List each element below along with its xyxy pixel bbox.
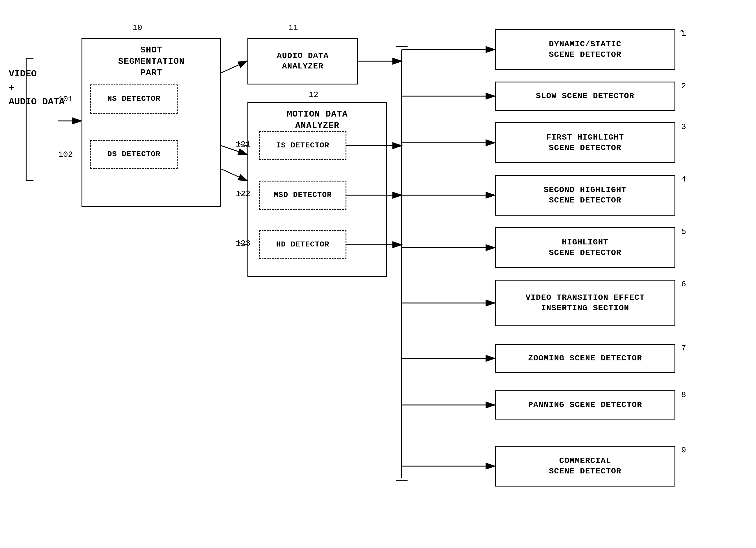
num-123: 123 [236,239,250,248]
num-4: 4 [681,175,686,184]
input-label: VIDEO + AUDIO DATA [9,67,65,109]
num-6: 6 [681,280,686,289]
audio-analyzer-box: AUDIO DATA ANALYZER [247,38,358,84]
out9-box: COMMERCIAL SCENE DETECTOR [495,446,675,487]
num-5: 5 [681,227,686,236]
num-9: 9 [681,446,686,455]
ds-detector-box: DS DETECTOR [90,140,178,169]
out6-box: VIDEO TRANSITION EFFECT INSERTING SECTIO… [495,280,675,326]
out5-box: HIGHLIGHT SCENE DETECTOR [495,227,675,268]
num-101: 101 [58,95,73,104]
num-2: 2 [681,82,686,91]
num-3: 3 [681,122,686,131]
num-12: 12 [309,90,318,99]
out8-box: PANNING SCENE DETECTOR [495,390,675,420]
svg-line-7 [221,169,247,181]
num-10: 10 [132,23,142,32]
num-7: 7 [681,344,686,353]
msd-detector-box: MSD DETECTOR [259,181,346,210]
out2-box: SLOW SCENE DETECTOR [495,82,675,111]
num-122: 122 [236,189,250,198]
out1-box: DYNAMIC/STATIC SCENE DETECTOR [495,29,675,70]
out3-box: FIRST HIGHLIGHT SCENE DETECTOR [495,122,675,163]
hd-detector-box: HD DETECTOR [259,230,346,259]
num-102: 102 [58,150,73,159]
diagram: VIDEO + AUDIO DATA SHOTSEGMENTATIONPART … [0,0,756,548]
svg-line-5 [221,61,247,73]
is-detector-box: IS DETECTOR [259,131,346,160]
ns-detector-box: NS DETECTOR [90,84,178,114]
num-8: 8 [681,390,686,400]
num-11: 11 [288,23,298,32]
num-121: 121 [236,140,250,149]
num-1: 1 [681,29,686,38]
out7-box: ZOOMING SCENE DETECTOR [495,344,675,373]
out4-box: SECOND HIGHLIGHT SCENE DETECTOR [495,175,675,215]
shot-segmentation-box: SHOTSEGMENTATIONPART [82,38,221,207]
